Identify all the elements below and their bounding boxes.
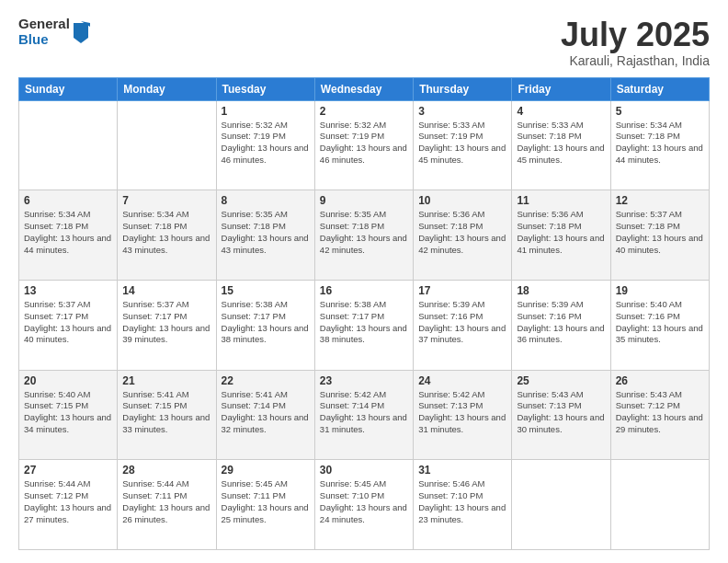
day-number: 20 [24, 374, 112, 387]
day-number: 28 [122, 464, 210, 477]
day-number: 15 [222, 284, 310, 297]
day-number: 9 [320, 194, 408, 207]
calendar-cell: 25 Sunrise: 5:43 AMSunset: 7:13 PMDaylig… [512, 370, 610, 460]
week-row-2: 13 Sunrise: 5:37 AMSunset: 7:17 PMDaylig… [19, 280, 710, 370]
day-number: 10 [418, 194, 506, 207]
day-number: 30 [320, 464, 408, 477]
calendar-cell: 13 Sunrise: 5:37 AMSunset: 7:17 PMDaylig… [19, 280, 118, 370]
col-tuesday: Tuesday [216, 77, 314, 100]
calendar-cell: 5 Sunrise: 5:34 AMSunset: 7:18 PMDayligh… [610, 100, 709, 190]
calendar-cell: 27 Sunrise: 5:44 AMSunset: 7:12 PMDaylig… [19, 460, 118, 550]
day-number: 6 [24, 194, 112, 207]
day-info: Sunrise: 5:36 AMSunset: 7:18 PMDaylight:… [418, 209, 506, 254]
day-number: 2 [320, 105, 408, 118]
day-info: Sunrise: 5:33 AMSunset: 7:18 PMDaylight:… [517, 120, 604, 165]
calendar-cell: 14 Sunrise: 5:37 AMSunset: 7:17 PMDaylig… [118, 280, 216, 370]
day-number: 25 [517, 374, 605, 387]
day-info: Sunrise: 5:43 AMSunset: 7:13 PMDaylight:… [517, 389, 604, 434]
day-info: Sunrise: 5:40 AMSunset: 7:15 PMDaylight:… [24, 389, 111, 434]
day-number: 14 [122, 284, 210, 297]
calendar-cell: 21 Sunrise: 5:41 AMSunset: 7:15 PMDaylig… [118, 370, 216, 460]
day-number: 11 [517, 194, 605, 207]
calendar-page: General Blue July 2025 Karauli, Rajastha… [0, 0, 728, 563]
calendar-cell: 7 Sunrise: 5:34 AMSunset: 7:18 PMDayligh… [118, 190, 216, 281]
day-info: Sunrise: 5:45 AMSunset: 7:11 PMDaylight:… [222, 478, 309, 523]
calendar-cell: 17 Sunrise: 5:39 AMSunset: 7:16 PMDaylig… [414, 280, 512, 370]
week-row-1: 6 Sunrise: 5:34 AMSunset: 7:18 PMDayligh… [19, 190, 710, 281]
col-friday: Friday [512, 77, 610, 100]
calendar-cell: 11 Sunrise: 5:36 AMSunset: 7:18 PMDaylig… [512, 190, 610, 281]
day-number: 17 [418, 284, 506, 297]
calendar-cell: 22 Sunrise: 5:41 AMSunset: 7:14 PMDaylig… [216, 370, 314, 460]
day-number: 29 [222, 464, 310, 477]
calendar-cell [610, 460, 709, 550]
day-info: Sunrise: 5:35 AMSunset: 7:18 PMDaylight:… [222, 209, 309, 254]
calendar-cell: 4 Sunrise: 5:33 AMSunset: 7:18 PMDayligh… [512, 100, 610, 190]
day-number: 5 [616, 105, 704, 118]
calendar-cell: 16 Sunrise: 5:38 AMSunset: 7:17 PMDaylig… [314, 280, 413, 370]
day-info: Sunrise: 5:41 AMSunset: 7:15 PMDaylight:… [122, 389, 210, 434]
day-number: 19 [616, 284, 704, 297]
logo-icon [72, 21, 90, 43]
calendar-cell: 28 Sunrise: 5:44 AMSunset: 7:11 PMDaylig… [118, 460, 216, 550]
calendar-cell: 15 Sunrise: 5:38 AMSunset: 7:17 PMDaylig… [216, 280, 314, 370]
day-number: 23 [320, 374, 408, 387]
day-info: Sunrise: 5:44 AMSunset: 7:12 PMDaylight:… [24, 478, 111, 523]
calendar-cell: 12 Sunrise: 5:37 AMSunset: 7:18 PMDaylig… [610, 190, 709, 281]
day-info: Sunrise: 5:32 AMSunset: 7:19 PMDaylight:… [222, 120, 309, 165]
col-wednesday: Wednesday [314, 77, 413, 100]
calendar-cell: 3 Sunrise: 5:33 AMSunset: 7:19 PMDayligh… [414, 100, 512, 190]
day-number: 3 [418, 105, 506, 118]
day-number: 26 [616, 374, 704, 387]
day-info: Sunrise: 5:41 AMSunset: 7:14 PMDaylight:… [222, 389, 309, 434]
calendar-cell: 2 Sunrise: 5:32 AMSunset: 7:19 PMDayligh… [314, 100, 413, 190]
logo-general: General [18, 17, 70, 32]
logo: General Blue [18, 17, 90, 47]
calendar-cell: 23 Sunrise: 5:42 AMSunset: 7:14 PMDaylig… [314, 370, 413, 460]
calendar-cell [19, 100, 118, 190]
day-number: 13 [24, 284, 112, 297]
day-info: Sunrise: 5:36 AMSunset: 7:18 PMDaylight:… [517, 209, 604, 254]
day-info: Sunrise: 5:38 AMSunset: 7:17 PMDaylight:… [320, 299, 407, 344]
day-number: 21 [122, 374, 210, 387]
day-info: Sunrise: 5:37 AMSunset: 7:18 PMDaylight:… [616, 209, 703, 254]
svg-marker-0 [74, 23, 88, 43]
calendar-cell [512, 460, 610, 550]
day-info: Sunrise: 5:34 AMSunset: 7:18 PMDaylight:… [616, 120, 703, 165]
calendar-cell: 18 Sunrise: 5:39 AMSunset: 7:16 PMDaylig… [512, 280, 610, 370]
day-info: Sunrise: 5:35 AMSunset: 7:18 PMDaylight:… [320, 209, 407, 254]
day-info: Sunrise: 5:32 AMSunset: 7:19 PMDaylight:… [320, 120, 407, 165]
calendar-cell: 9 Sunrise: 5:35 AMSunset: 7:18 PMDayligh… [314, 190, 413, 281]
day-number: 22 [222, 374, 310, 387]
day-number: 1 [222, 105, 310, 118]
day-info: Sunrise: 5:39 AMSunset: 7:16 PMDaylight:… [517, 299, 604, 344]
calendar-cell [118, 100, 216, 190]
header: General Blue July 2025 Karauli, Rajastha… [18, 17, 710, 68]
col-monday: Monday [118, 77, 216, 100]
main-title: July 2025 [561, 17, 710, 53]
calendar-cell: 24 Sunrise: 5:42 AMSunset: 7:13 PMDaylig… [414, 370, 512, 460]
day-info: Sunrise: 5:37 AMSunset: 7:17 PMDaylight:… [122, 299, 210, 344]
calendar-cell: 10 Sunrise: 5:36 AMSunset: 7:18 PMDaylig… [414, 190, 512, 281]
day-number: 12 [616, 194, 704, 207]
day-info: Sunrise: 5:43 AMSunset: 7:12 PMDaylight:… [616, 389, 703, 434]
day-info: Sunrise: 5:46 AMSunset: 7:10 PMDaylight:… [418, 478, 506, 523]
day-number: 31 [418, 464, 506, 477]
day-number: 16 [320, 284, 408, 297]
day-number: 8 [222, 194, 310, 207]
day-info: Sunrise: 5:38 AMSunset: 7:17 PMDaylight:… [222, 299, 309, 344]
calendar-cell: 20 Sunrise: 5:40 AMSunset: 7:15 PMDaylig… [19, 370, 118, 460]
day-info: Sunrise: 5:42 AMSunset: 7:13 PMDaylight:… [418, 389, 506, 434]
calendar-cell: 19 Sunrise: 5:40 AMSunset: 7:16 PMDaylig… [610, 280, 709, 370]
day-info: Sunrise: 5:34 AMSunset: 7:18 PMDaylight:… [24, 209, 111, 254]
day-info: Sunrise: 5:34 AMSunset: 7:18 PMDaylight:… [122, 209, 210, 254]
col-saturday: Saturday [610, 77, 709, 100]
week-row-3: 20 Sunrise: 5:40 AMSunset: 7:15 PMDaylig… [19, 370, 710, 460]
title-block: July 2025 Karauli, Rajasthan, India [561, 17, 710, 68]
calendar-table: Sunday Monday Tuesday Wednesday Thursday… [18, 77, 710, 550]
calendar-cell: 31 Sunrise: 5:46 AMSunset: 7:10 PMDaylig… [414, 460, 512, 550]
calendar-cell: 6 Sunrise: 5:34 AMSunset: 7:18 PMDayligh… [19, 190, 118, 281]
day-info: Sunrise: 5:40 AMSunset: 7:16 PMDaylight:… [616, 299, 703, 344]
day-number: 27 [24, 464, 112, 477]
day-number: 7 [122, 194, 210, 207]
